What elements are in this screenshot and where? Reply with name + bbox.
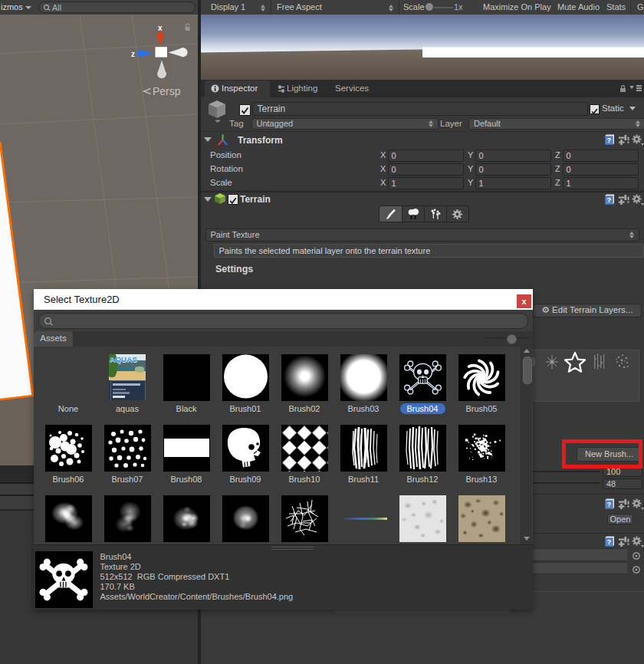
- svg-text:?: ?: [607, 136, 611, 144]
- svg-text:z: z: [131, 50, 135, 58]
- svg-text:x: x: [158, 24, 163, 32]
- svg-text:?: ?: [607, 196, 611, 204]
- svg-text:Persp: Persp: [153, 85, 181, 97]
- svg-text:?: ?: [607, 501, 611, 508]
- svg-text:?: ?: [607, 538, 611, 546]
